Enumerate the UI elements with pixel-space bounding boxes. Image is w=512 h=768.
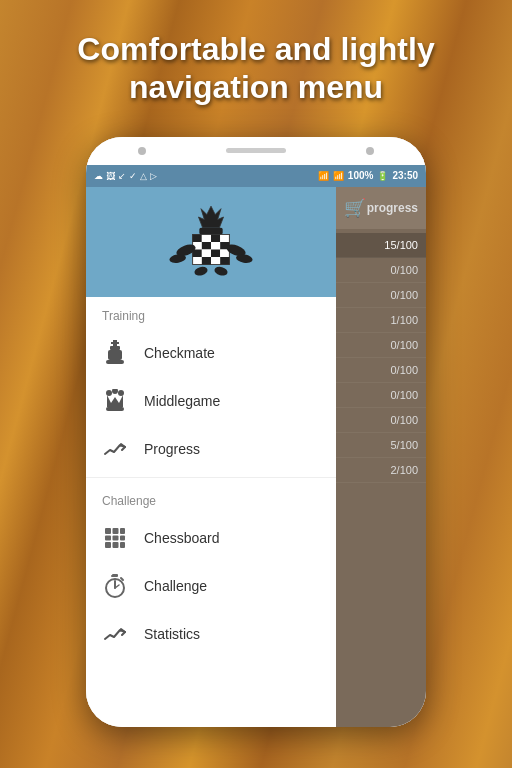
menu-logo-header (86, 187, 336, 297)
svg-rect-42 (105, 542, 111, 548)
queen-icon (102, 388, 128, 414)
chess-logo-svg (161, 197, 261, 287)
header-section: Comfortable and lightly navigation menu (57, 0, 454, 127)
phone-notch (86, 137, 426, 165)
svg-line-50 (121, 578, 123, 580)
progress-label: Progress (144, 441, 200, 457)
progress-item-8: 5/100 (336, 433, 426, 458)
progress-header-title: progress (367, 201, 418, 215)
svg-rect-28 (110, 346, 120, 350)
stopwatch-icon (102, 573, 128, 599)
svg-rect-29 (108, 350, 122, 360)
svg-point-24 (193, 265, 208, 277)
title-line1: Comfortable and lightly (77, 31, 434, 67)
progress-item-7: 0/100 (336, 408, 426, 433)
svg-rect-15 (193, 257, 202, 265)
statistics-label: Statistics (144, 626, 200, 642)
wifi-icon: 📶 (318, 171, 329, 181)
svg-rect-43 (113, 542, 119, 548)
clock: 23:50 (392, 170, 418, 181)
progress-item-6: 0/100 (336, 383, 426, 408)
chessboard-label: Chessboard (144, 530, 220, 546)
section-label-challenge: Challenge (86, 482, 336, 514)
challenge-label: Challenge (144, 578, 207, 594)
camera-left (138, 147, 146, 155)
section-divider (86, 477, 336, 478)
status-left-icons: ☁ 🖼 ↙ ✓ △ ▷ (94, 171, 157, 181)
cart-icon: 🛒 (344, 197, 366, 219)
menu-items-container: Training Checkmate (86, 297, 336, 727)
phone-frame: ☁ 🖼 ↙ ✓ △ ▷ 📶 📶 100% 🔋 23:50 (86, 137, 426, 727)
progress-trend-icon (102, 436, 128, 462)
menu-item-statistics[interactable]: Statistics (86, 610, 336, 658)
king-icon (102, 340, 128, 366)
svg-rect-27 (111, 342, 119, 344)
statistics-trend-icon (102, 621, 128, 647)
image-icon: 🖼 (106, 171, 115, 181)
svg-rect-37 (113, 528, 119, 534)
progress-list: 15/100 0/100 0/100 1/100 0/100 0/100 0/1… (336, 229, 426, 727)
svg-point-25 (213, 265, 228, 277)
svg-rect-9 (211, 242, 220, 250)
checkmate-label: Checkmate (144, 345, 215, 361)
title-line2: navigation menu (129, 69, 383, 105)
svg-rect-5 (211, 234, 220, 242)
progress-item-1: 0/100 (336, 258, 426, 283)
svg-rect-38 (120, 528, 125, 534)
svg-rect-4 (202, 234, 211, 242)
svg-marker-0 (199, 206, 224, 228)
phone-screen: Training Checkmate (86, 187, 426, 727)
nfc-icon: ↙ (118, 171, 126, 181)
menu-panel: Training Checkmate (86, 187, 336, 727)
svg-rect-3 (193, 234, 202, 242)
svg-rect-36 (105, 528, 111, 534)
status-right-info: 📶 📶 100% 🔋 23:50 (318, 170, 418, 181)
signal-icon: 📶 (333, 171, 344, 181)
battery-percent: 100% (348, 170, 374, 181)
phone-speaker (226, 148, 286, 153)
camera-right (366, 147, 374, 155)
svg-rect-40 (113, 535, 119, 540)
progress-item-5: 0/100 (336, 358, 426, 383)
grid-icon (102, 525, 128, 551)
svg-rect-35 (106, 407, 124, 411)
svg-rect-17 (211, 257, 220, 265)
menu-item-progress[interactable]: Progress (86, 425, 336, 473)
svg-rect-8 (202, 242, 211, 250)
progress-item-0: 15/100 (336, 233, 426, 258)
svg-rect-16 (202, 257, 211, 265)
svg-rect-39 (105, 535, 111, 540)
svg-rect-1 (199, 228, 222, 235)
status-bar: ☁ 🖼 ↙ ✓ △ ▷ 📶 📶 100% 🔋 23:50 (86, 165, 426, 187)
play-icon: ▷ (150, 171, 157, 181)
middlegame-label: Middlegame (144, 393, 220, 409)
main-title: Comfortable and lightly navigation menu (77, 30, 434, 107)
menu-item-chessboard[interactable]: Chessboard (86, 514, 336, 562)
cloud-icon: ☁ (94, 171, 103, 181)
menu-item-checkmate[interactable]: Checkmate (86, 329, 336, 377)
battery-icon: 🔋 (377, 171, 388, 181)
svg-rect-44 (120, 542, 125, 548)
warn-icon: △ (140, 171, 147, 181)
progress-item-4: 0/100 (336, 333, 426, 358)
svg-point-31 (106, 390, 112, 396)
svg-marker-34 (107, 395, 123, 407)
progress-panel: 🛒 progress 15/100 0/100 0/100 1/100 0/10… (336, 187, 426, 727)
progress-header: 🛒 progress (336, 187, 426, 229)
svg-point-32 (112, 389, 118, 394)
menu-item-middlegame[interactable]: Middlegame (86, 377, 336, 425)
svg-rect-18 (220, 257, 229, 265)
section-label-training: Training (86, 297, 336, 329)
progress-item-3: 1/100 (336, 308, 426, 333)
svg-rect-49 (111, 575, 114, 577)
svg-rect-41 (120, 535, 125, 540)
svg-rect-30 (106, 360, 124, 364)
svg-rect-12 (202, 249, 211, 257)
check-icon: ✓ (129, 171, 137, 181)
progress-item-9: 2/100 (336, 458, 426, 483)
svg-rect-6 (220, 234, 229, 242)
svg-rect-13 (211, 249, 220, 257)
progress-item-2: 0/100 (336, 283, 426, 308)
menu-item-challenge[interactable]: Challenge (86, 562, 336, 610)
svg-point-33 (118, 390, 124, 396)
